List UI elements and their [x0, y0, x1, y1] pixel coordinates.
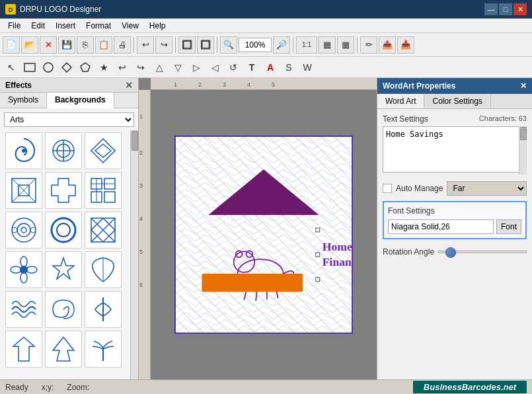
zoom-actual-button[interactable]: 1:1	[296, 36, 317, 54]
menu-view[interactable]: View	[116, 20, 144, 32]
art-cell-6[interactable]	[85, 172, 122, 209]
close-button[interactable]: ✕	[513, 3, 527, 15]
arrow-right-tool[interactable]: ▷	[188, 59, 205, 76]
auto-manage-checkbox[interactable]	[383, 184, 392, 193]
effects-close-button[interactable]: ✕	[125, 80, 133, 91]
title-bar-controls[interactable]: — □ ✕	[484, 3, 527, 15]
arts-dropdown[interactable]: Arts Borders Flowers Nature Patterns	[4, 112, 134, 127]
undo-button[interactable]: ↩	[137, 36, 154, 54]
diamond-tool[interactable]	[58, 59, 75, 76]
save-button[interactable]: 💾	[58, 36, 75, 54]
menu-insert[interactable]: Insert	[50, 20, 81, 32]
arts-scrollbar[interactable]	[130, 130, 138, 379]
redo2-tool[interactable]: ↪	[132, 59, 149, 76]
design-canvas[interactable]: Home Savings Finance	[174, 136, 353, 334]
svg-rect-21	[104, 192, 115, 202]
zoom-input[interactable]	[239, 38, 272, 52]
menu-format[interactable]: Format	[81, 20, 116, 32]
export-button[interactable]: 📤	[379, 36, 396, 54]
select2-button[interactable]: 🔲	[197, 36, 214, 54]
wordart-close-button[interactable]: ✕	[520, 81, 527, 91]
far-dropdown[interactable]: Far Near Center	[447, 181, 527, 196]
arc-tool[interactable]: ↺	[225, 59, 242, 76]
rotation-thumb[interactable]	[445, 247, 456, 258]
wordart-tool[interactable]: A	[262, 59, 279, 76]
art-cell-11[interactable]	[45, 251, 82, 288]
template-button[interactable]: 📋	[95, 36, 112, 54]
zoom-in-button[interactable]: 🔍	[220, 36, 237, 54]
new-button[interactable]: 📄	[3, 36, 20, 54]
grid-button[interactable]: ▦	[319, 36, 336, 54]
undo2-tool[interactable]: ↩	[114, 59, 131, 76]
art-cell-4[interactable]	[5, 172, 42, 209]
art-cell-13[interactable]	[5, 291, 42, 328]
triangle-up-tool[interactable]: △	[151, 59, 168, 76]
minimize-button[interactable]: —	[484, 3, 498, 15]
redo-button[interactable]: ↪	[155, 36, 172, 54]
ruler-top: 1 2 3 4 5	[151, 78, 377, 90]
toolbar-sep-2	[175, 37, 176, 53]
font-settings-label: Font Settings	[388, 206, 521, 216]
edit-button[interactable]: ✏	[360, 36, 377, 54]
menu-help[interactable]: Help	[144, 20, 171, 32]
art-cell-8[interactable]	[45, 212, 82, 249]
auto-manage-row: Auto Manage Far Near Center	[383, 181, 527, 196]
svg-point-38	[11, 266, 21, 273]
symbol-tool[interactable]: S	[280, 59, 297, 76]
zoom-out-button[interactable]: 🔎	[273, 36, 290, 54]
art-cell-5[interactable]	[45, 172, 82, 209]
art-cell-3[interactable]	[85, 132, 122, 169]
art-cell-9[interactable]	[85, 212, 122, 249]
toolbar-sep-1	[133, 37, 134, 53]
menu-edit[interactable]: Edit	[26, 20, 50, 32]
text-input[interactable]: Home Savings	[383, 126, 527, 173]
print-button[interactable]: 🖨	[114, 36, 131, 54]
text-settings-section: Text Settings Characters: 63 Home Saving…	[383, 114, 527, 175]
arrow-left-tool[interactable]: ◁	[206, 59, 223, 76]
close-doc-button[interactable]: ✕	[40, 36, 57, 54]
open-button[interactable]: 📂	[21, 36, 38, 54]
tab-symbols[interactable]: Symbols	[0, 93, 47, 108]
tab-backgrounds[interactable]: Backgrounds	[47, 93, 114, 108]
select-button[interactable]: 🔲	[178, 36, 196, 54]
star-tool[interactable]: ★	[95, 59, 112, 76]
svg-point-6	[22, 149, 26, 153]
art-cell-1[interactable]	[5, 132, 42, 169]
art-cell-16[interactable]	[5, 331, 42, 368]
textarea-scrollbar[interactable]	[519, 126, 527, 175]
text-tool[interactable]: T	[243, 59, 260, 76]
font-button[interactable]: Font	[496, 219, 521, 234]
font-input[interactable]	[388, 219, 494, 234]
art-cell-2[interactable]	[45, 132, 82, 169]
svg-point-36	[20, 256, 27, 267]
rotation-label: Rotation Angle	[383, 247, 434, 256]
art-cell-17[interactable]	[45, 331, 82, 368]
right-panel: WordArt Properties ✕ Word Art Color Sett…	[377, 78, 532, 379]
wand-tool[interactable]: W	[299, 59, 316, 76]
triangle-down-tool[interactable]: ▽	[169, 59, 186, 76]
tab-word-art[interactable]: Word Art	[377, 94, 424, 108]
maximize-button[interactable]: □	[499, 3, 512, 15]
svg-marker-42	[13, 337, 34, 361]
status-zoom: Zoom:	[67, 383, 89, 392]
art-cell-15[interactable]	[85, 291, 122, 328]
art-cell-12[interactable]	[85, 251, 122, 288]
rect-tool[interactable]	[21, 59, 38, 76]
circle-tool[interactable]	[40, 59, 57, 76]
rotation-slider[interactable]	[438, 251, 527, 253]
pentagon-tool[interactable]	[77, 59, 94, 76]
font-settings-section: Font Settings Font	[383, 201, 527, 239]
menu-file[interactable]: File	[3, 20, 26, 32]
layout-button[interactable]: ▦	[337, 36, 354, 54]
art-cell-18[interactable]	[85, 331, 122, 368]
import-button[interactable]: 📥	[397, 36, 414, 54]
tab-color-settings[interactable]: Color Settings	[424, 94, 490, 108]
art-cell-14[interactable]	[45, 291, 82, 328]
cursor-tool[interactable]: ↖	[3, 59, 20, 76]
copy-button[interactable]: ⎘	[77, 36, 94, 54]
art-cell-7[interactable]	[5, 212, 42, 249]
svg-point-29	[52, 218, 75, 242]
art-cell-10[interactable]	[5, 251, 42, 288]
app-title: DRPU LOGO Designer	[20, 5, 101, 14]
svg-text:D: D	[9, 7, 13, 13]
